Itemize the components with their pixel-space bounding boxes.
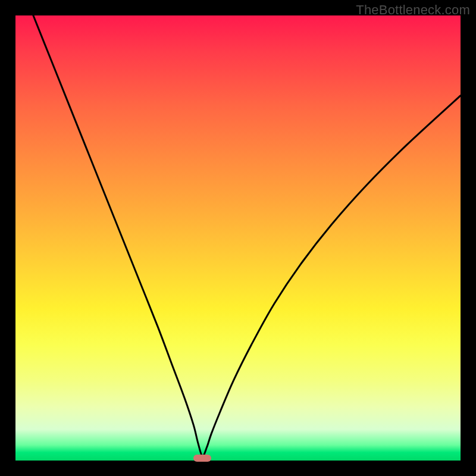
chart-frame	[15, 15, 461, 461]
minimum-marker	[193, 455, 211, 462]
bottleneck-curve	[15, 15, 461, 461]
